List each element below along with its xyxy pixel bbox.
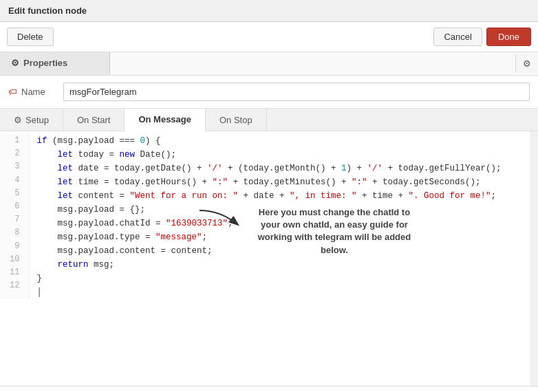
delete-button[interactable]: Delete (7, 28, 54, 46)
name-input[interactable] (63, 83, 530, 101)
config-gear-icon: ⚙ (523, 58, 531, 69)
properties-section: ⚙ Properties ⚙ (0, 52, 538, 76)
line-num-11: 11 (7, 266, 22, 279)
setup-gear-icon: ⚙ (14, 115, 22, 125)
line-num-5: 5 (7, 187, 22, 200)
code-line-8: msg.payload.type = "message"; (36, 230, 531, 244)
line-num-9: 9 (7, 240, 22, 253)
tabs-bar: ⚙ Setup On Start On Message On Stop (0, 109, 538, 131)
properties-gear-icon: ⚙ (11, 58, 19, 68)
line-num-4: 4 (7, 174, 22, 187)
code-line-9: msg.payload.content = content; (36, 244, 531, 258)
name-row: 🏷 Name (0, 76, 538, 109)
tag-icon: 🏷 (8, 87, 17, 97)
line-num-12: 12 (7, 279, 22, 292)
tab-on-stop-label: On Stop (219, 115, 252, 125)
cancel-button[interactable]: Cancel (433, 28, 482, 46)
tab-on-message[interactable]: On Message (125, 109, 206, 131)
tab-on-stop[interactable]: On Stop (206, 109, 267, 131)
code-line-4: let time = today.getHours() + ":" + toda… (36, 175, 531, 189)
tab-on-start-label: On Start (77, 115, 110, 125)
properties-config-button[interactable]: ⚙ (515, 54, 538, 73)
code-lines[interactable]: if (msg.payload === 0) { let today = new… (30, 134, 538, 299)
properties-tab-label: Properties (23, 58, 67, 68)
code-line-11: } (36, 272, 531, 285)
line-num-1: 1 (7, 134, 22, 147)
code-line-3: let date = today.getDate() + '/' + (toda… (36, 162, 531, 175)
scrollbar[interactable] (530, 131, 538, 386)
tab-setup[interactable]: ⚙ Setup (0, 109, 63, 131)
code-line-10: return msg; (36, 258, 531, 272)
code-area: 1 2 3 4 5 6 7 8 9 10 11 12 if (msg.paylo… (0, 131, 538, 386)
code-line-2: let today = new Date(); (36, 148, 531, 162)
code-line-6: msg.payload = {}; (36, 203, 531, 217)
code-container: 1 2 3 4 5 6 7 8 9 10 11 12 if (msg.paylo… (0, 131, 538, 302)
code-line-7: msg.payload.chatId = "1639033713"; (36, 217, 531, 230)
code-line-1: if (msg.payload === 0) { (36, 134, 531, 148)
title-bar: Edit function node (0, 0, 538, 22)
code-line-12: │ (36, 285, 531, 299)
line-num-6: 6 (7, 200, 22, 213)
line-num-10: 10 (7, 253, 22, 266)
line-numbers: 1 2 3 4 5 6 7 8 9 10 11 12 (0, 134, 30, 299)
toolbar: Delete Cancel Done (0, 22, 538, 52)
tab-setup-label: Setup (25, 115, 49, 125)
properties-tab[interactable]: ⚙ Properties (0, 52, 110, 75)
title-text: Edit function node (8, 6, 87, 16)
line-num-2: 2 (7, 147, 22, 160)
tab-on-start[interactable]: On Start (63, 109, 125, 131)
name-label: 🏷 Name (8, 87, 63, 97)
done-button[interactable]: Done (486, 28, 531, 46)
line-num-8: 8 (7, 226, 22, 239)
tab-on-message-label: On Message (138, 114, 191, 124)
code-line-5: let content = "Went for a run on: " + da… (36, 189, 531, 203)
name-label-text: Name (21, 87, 45, 97)
line-num-3: 3 (7, 160, 22, 173)
line-num-7: 7 (7, 213, 22, 226)
